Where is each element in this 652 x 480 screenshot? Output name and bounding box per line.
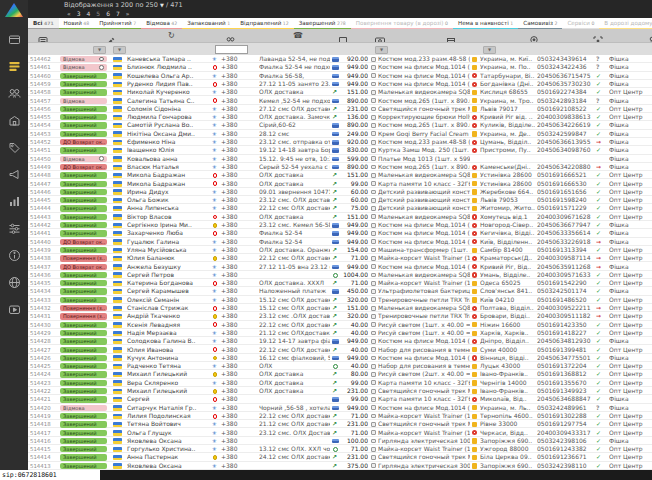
customer-phone: +380 — [221, 321, 250, 329]
page-last-button[interactable]: » — [123, 10, 133, 17]
order-total: 75.00 — [341, 204, 368, 212]
table-row[interactable]: 514418ЗавершенийТетяна Войтович✳+38021.1… — [28, 420, 652, 428]
product-name: Детский развивающий констру.. — [378, 188, 470, 196]
phone-filter-input[interactable] — [215, 45, 248, 54]
table-row[interactable]: 514448ЗавершенийМикола Бадражан+380ОЛХ д… — [28, 171, 652, 179]
product-name: Маленькая видеокамера SQ8 *.. — [378, 304, 470, 312]
table-row[interactable]: 514451ЗавершенийІващенко Юлія✳+38019.12 … — [28, 146, 652, 154]
table-row[interactable]: 514446ЗавершенийИрина Дидух✳+38009.01 зв… — [28, 188, 652, 196]
tab-9[interactable]: Самовивіз2 — [518, 18, 562, 29]
table-row[interactable]: 514461ВідмоваБлизнюк Людмила ..+380Фиалк… — [28, 63, 652, 71]
tab-4[interactable]: Запакований1 — [182, 18, 235, 29]
customer-phone: +380 — [221, 412, 250, 420]
product-filter-dropdown[interactable]: ▼ — [483, 46, 496, 54]
tab-1[interactable]: Новий48 — [59, 18, 95, 29]
order-id: 514446 — [30, 188, 59, 196]
table-row[interactable]: 514445ЗавершенийОльга Божик✳+38023.12 см… — [28, 196, 652, 204]
contacts-icon[interactable] — [0, 78, 28, 105]
status-badge: Завершений — [60, 396, 107, 402]
table-row[interactable]: 514454ЗавершенийСамотій Руслана Во..✳+38… — [28, 121, 652, 129]
table-row[interactable]: 514442ЗавершенийСергієнко Ірина Ми..+380… — [28, 221, 652, 229]
announcements-icon[interactable] — [0, 159, 28, 186]
column-status-refresh-icon[interactable]: ↻ — [168, 31, 175, 41]
table-row[interactable]: 514428ЗавершенийСолодкова Галина В..✳+38… — [28, 337, 652, 345]
table-row[interactable]: 514427ЗавершенийЮлия Иванова+38022.12 см… — [28, 346, 652, 354]
table-row[interactable]: 514416ЗавершенийЯковлева Оксана✳+380100.… — [28, 437, 652, 445]
table-row[interactable]: 514414ЗавершенийАнна Пастернак+38024.12 … — [28, 453, 652, 461]
table-row[interactable]: 514437ДО Возврат ок..Анжела Безушку✳+380… — [28, 263, 652, 271]
per-page-caret-icon[interactable]: ▼ — [160, 2, 164, 8]
page-5-button[interactable]: 5 — [93, 10, 103, 17]
table-row[interactable]: 514436ЗавершенийСергей Петров✳+3801004.0… — [28, 271, 652, 279]
page-first-button[interactable]: « — [64, 10, 74, 17]
table-row[interactable]: 514459ЗавершенийРуденко Лидия Пав..+3802… — [28, 80, 652, 88]
order-comment: 09.01 звернення 10471203 04.. — [259, 188, 330, 196]
table-row[interactable]: 514423ЗавершенийВера Скляренко✳+380ОЛХ д… — [28, 379, 652, 387]
browser-globe-icon[interactable] — [0, 267, 28, 294]
table-row[interactable]: 514430ЗавершенийКсенія Левадняя+38022.12… — [28, 321, 652, 329]
table-row[interactable]: 514460ЗавершенийКошелева Ольга Ар..✳+380… — [28, 72, 652, 80]
table-row[interactable]: 514462ВідмоваКаневська Тамара ..✳+380Лав… — [28, 55, 652, 63]
flag-filter-dropdown[interactable]: ▼ — [113, 46, 126, 54]
table-row[interactable]: 514453ЗавершенийНікітіна Оксана Дми..✳+3… — [28, 130, 652, 138]
orders-icon[interactable] — [0, 51, 28, 78]
table-row[interactable]: 514413ЗавершенийЯковлева Оксана✳+380↗375… — [28, 462, 652, 470]
table-row[interactable]: 514449ДО Возврат ок..Власюк Наталья✳+380… — [28, 163, 652, 171]
info-icon[interactable] — [0, 240, 28, 267]
tab-10[interactable]: Сервіси0 — [562, 18, 599, 29]
company-icon[interactable] — [0, 105, 28, 132]
tab-8[interactable]: Нема в наявності1 — [453, 18, 518, 29]
table-row[interactable]: 514438Повернення (з..Юлия Баланюк+38022.… — [28, 254, 652, 262]
table-row[interactable]: 514415ЗавершенийГоргулько Христина..✳+38… — [28, 445, 652, 453]
table-row[interactable]: 514441ЗавершенийЗахарченко Люба+380Фиалк… — [28, 229, 652, 237]
table-row[interactable]: 514421ЗавершенийСергей+38099.00Карта пам… — [28, 395, 652, 403]
table-row[interactable]: 514417ЗавершенийОльга Глущук✳+38023.12 с… — [28, 429, 652, 437]
table-row[interactable]: 514455ЗавершенийЛюдмила Гончарова✳+380ОЛ… — [28, 113, 652, 121]
table-row[interactable]: 514458ЗавершенийНиколай Кучеренко✳+380ОЛ… — [28, 88, 652, 96]
tab-3[interactable]: Відмова42 — [141, 18, 182, 29]
page-3-button[interactable]: 3 — [74, 10, 84, 17]
table-row[interactable]: 514439ЗавершенийУляна Мусійовська✳+380ОЛ… — [28, 246, 652, 254]
table-row[interactable]: 514433ЗавершенийОлексій Семанін✳+38015.1… — [28, 296, 652, 304]
table-row[interactable]: 514457ВідмоваСалегина Татьяна С..+380Кем… — [28, 97, 652, 105]
tab-5[interactable]: Відправлений12 — [235, 18, 294, 29]
page-6-button[interactable]: 6 — [103, 10, 113, 17]
table-row[interactable]: 514443ЗавершенийВіктор Власов+380ОЛХ дос… — [28, 213, 652, 221]
payment-cash-icon: ↗ — [332, 196, 340, 204]
status-filter-dropdown[interactable]: ▼ — [93, 46, 106, 54]
table-row[interactable]: 514424ЗавершенийМихаил Гилецький+380ОЛХ … — [28, 370, 652, 378]
payment-filter-dropdown[interactable]: ▼ — [375, 46, 388, 54]
page-4-button[interactable]: 4 — [84, 10, 94, 17]
column-phone-icon[interactable]: ☎ — [293, 31, 303, 41]
table-row[interactable]: 514429ЗавершенийНадія Мерзаєва✳+38021.12… — [28, 329, 652, 337]
ukraine-flag-icon — [113, 281, 122, 286]
table-row[interactable]: 514447ЗавершенийМикола Бадражан+380ОЛХ д… — [28, 180, 652, 188]
table-row[interactable]: 514450ВідмоваКовальова анна✳+38015.12. 9… — [28, 155, 652, 163]
tags-icon[interactable] — [0, 132, 28, 159]
page-7-button[interactable]: 7 — [113, 10, 123, 17]
table-row[interactable]: 514422ЗавершенийМихаил Гилецький+380ОЛХ … — [28, 387, 652, 395]
tab-2[interactable]: Прийнятий7 — [94, 18, 141, 29]
payments-icon[interactable] — [0, 24, 28, 51]
table-row[interactable]: 514452ДО Возврат ок..Єфименко Ніна✳+3802… — [28, 138, 652, 146]
table-row[interactable]: 514434ЗавершенийСергей Карамышев✳+380Нал… — [28, 287, 652, 295]
tab-0[interactable]: Всі471 — [28, 18, 59, 29]
table-row[interactable]: 514440ДО Возврат ок..Гуцалюк Галина✳+380… — [28, 238, 652, 246]
settings-sliders-icon[interactable] — [0, 213, 28, 240]
table-row[interactable]: 514419ЗавершенийЛилия Подолинская+38022.… — [28, 412, 652, 420]
table-row[interactable]: 514435ЗавершенийКатерина Богданова+380ОЛ… — [28, 279, 652, 287]
table-row[interactable]: 514420ВідмоваСитарчук Наталія Гр..✳+380Ч… — [28, 404, 652, 412]
statistics-icon[interactable] — [0, 186, 28, 213]
tab-11[interactable]: В дорозі додому0 — [599, 18, 652, 29]
table-row[interactable]: 514425ЗавершенийРадченко Тетяна✳+380ОЛХ4… — [28, 362, 652, 370]
tab-7[interactable]: Повернення товару (в дорозі)0 — [351, 18, 453, 29]
table-row[interactable]: 514426ЗавершенийКучук Антонина+38016.12 … — [28, 354, 652, 362]
ukraine-flag-icon — [113, 106, 122, 111]
table-row[interactable]: 514456ЗавершенийСоломія Сідоніна✳+38027.… — [28, 105, 652, 113]
tab-6[interactable]: Завершений278 — [294, 18, 351, 29]
order-total: 890.00 — [341, 163, 368, 171]
table-row[interactable]: 514432Повернення (з..Станіслав Стрижак+3… — [28, 304, 652, 312]
table-row[interactable]: 514431Повернення (з..Андрій Ткаченко+380… — [28, 312, 652, 320]
table-row[interactable]: 514444ЗавершенийАнна Липенська✳+38022.12… — [28, 204, 652, 212]
video-icon[interactable] — [0, 294, 28, 321]
